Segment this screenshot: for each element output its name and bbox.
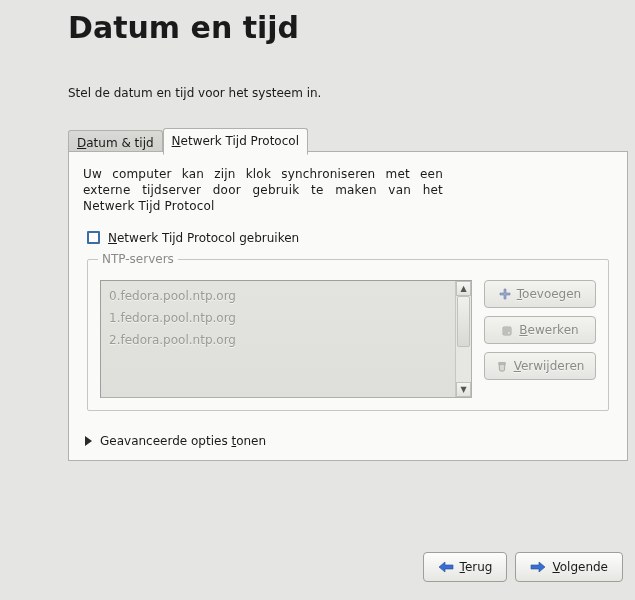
add-button-label: Toevoegen (517, 287, 581, 301)
next-button-label: Volgende (552, 560, 608, 574)
plus-icon (499, 288, 511, 300)
back-button-label: Terug (460, 560, 493, 574)
ntp-server-list[interactable]: 0.fedora.pool.ntp.org 1.fedora.pool.ntp.… (100, 280, 472, 398)
next-button[interactable]: Volgende (515, 552, 623, 582)
add-button[interactable]: Toevoegen (484, 280, 596, 308)
use-ntp-label: Netwerk Tijd Protocol gebruiken (108, 231, 299, 245)
page-subtitle: Stel de datum en tijd voor het systeem i… (68, 86, 321, 100)
scroll-up-icon[interactable]: ▲ (456, 281, 471, 296)
ntp-description: Uw computer kan zijn klok synchroniseren… (83, 166, 443, 215)
ntp-panel: Uw computer kan zijn klok synchroniseren… (68, 151, 628, 461)
trash-icon (496, 360, 508, 372)
ntp-servers-legend: NTP-servers (98, 252, 178, 266)
tab-ntp-underline: N (172, 134, 181, 148)
use-ntp-checkbox[interactable] (87, 231, 100, 244)
arrow-right-icon (530, 561, 546, 573)
page-title: Datum en tijd (68, 10, 299, 45)
tab-netwerk-tijd-protocol[interactable]: Netwerk Tijd Protocol (163, 128, 308, 155)
list-item[interactable]: 1.fedora.pool.ntp.org (107, 307, 449, 329)
advanced-options-toggle[interactable]: Geavanceerde opties tonen (85, 434, 266, 448)
use-ntp-row[interactable]: Netwerk Tijd Protocol gebruiken (87, 231, 613, 245)
list-item[interactable]: 2.fedora.pool.ntp.org (107, 329, 449, 351)
use-ntp-underline: N (108, 231, 117, 245)
edit-icon (501, 324, 513, 336)
tab-ntp-rest: etwerk Tijd Protocol (181, 134, 299, 148)
ntp-servers-group: NTP-servers 0.fedora.pool.ntp.org 1.fedo… (87, 259, 609, 411)
tab-datum-rest: atum & tijd (86, 136, 153, 150)
use-ntp-rest: etwerk Tijd Protocol gebruiken (117, 231, 299, 245)
remove-button-label: Verwijderen (514, 359, 585, 373)
scroll-thumb[interactable] (457, 296, 470, 348)
arrow-left-icon (438, 561, 454, 573)
edit-button-label: Bewerken (519, 323, 578, 337)
svg-rect-1 (498, 362, 505, 364)
back-button[interactable]: Terug (423, 552, 508, 582)
remove-button[interactable]: Verwijderen (484, 352, 596, 380)
advanced-options-label: Geavanceerde opties tonen (100, 434, 266, 448)
scroll-track[interactable] (456, 296, 471, 382)
ntp-button-column: Toevoegen Bewerken Verwijderen (484, 280, 596, 398)
scrollbar[interactable]: ▲ ▼ (455, 281, 471, 397)
nav-bar: Terug Volgende (423, 552, 623, 582)
tab-datum-underline: D (77, 136, 86, 150)
expand-icon (85, 436, 92, 446)
scroll-down-icon[interactable]: ▼ (456, 382, 471, 397)
list-item[interactable]: 0.fedora.pool.ntp.org (107, 285, 449, 307)
edit-button[interactable]: Bewerken (484, 316, 596, 344)
